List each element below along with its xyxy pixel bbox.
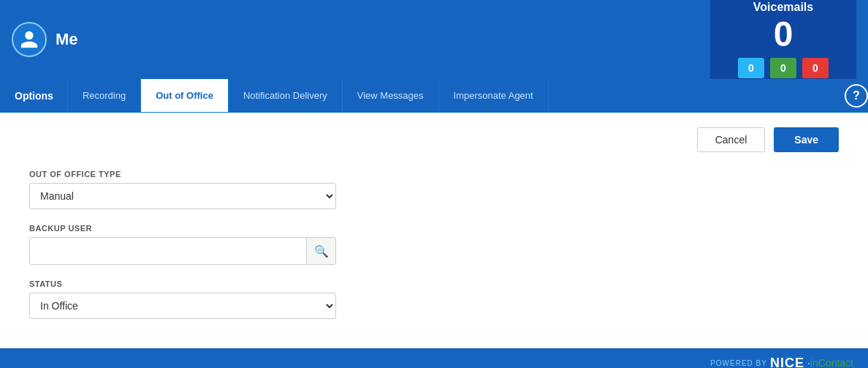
tab-impersonate-agent[interactable]: Impersonate Agent: [438, 79, 549, 112]
tab-notification-delivery[interactable]: Notification Delivery: [228, 79, 343, 112]
search-icon: 🔍: [314, 244, 329, 258]
header-left: Me: [12, 22, 78, 57]
search-button[interactable]: 🔍: [306, 238, 335, 264]
powered-by-text: POWERED BY: [710, 359, 767, 367]
options-label: Options: [0, 90, 68, 102]
user-name: Me: [56, 30, 78, 49]
voicemails-panel: Voicemails 0 0 0 0: [710, 0, 856, 86]
status-label: STATUS: [29, 279, 839, 288]
backup-user-section: BACKUP USER 🔍: [29, 224, 839, 265]
save-button[interactable]: Save: [774, 127, 839, 152]
backup-user-input-container: 🔍: [29, 237, 336, 265]
tab-recording[interactable]: Recording: [67, 79, 141, 112]
help-button[interactable]: ?: [845, 84, 868, 108]
main-content: Cancel Save OUT OF OFFICE TYPE Manual Au…: [0, 113, 868, 348]
action-buttons: Cancel Save: [29, 127, 839, 152]
backup-user-label: BACKUP USER: [29, 224, 839, 233]
voicemail-badges: 0 0 0: [738, 58, 829, 78]
out-of-office-type-section: OUT OF OFFICE TYPE Manual Automatic: [29, 170, 839, 209]
nice-logo: NICE: [770, 356, 804, 369]
incontact-logo: ·inContact: [807, 357, 853, 368]
badge-blue: 0: [738, 58, 764, 78]
voicemails-label: Voicemails: [753, 1, 813, 14]
tab-out-of-office[interactable]: Out of Office: [140, 79, 229, 112]
out-of-office-type-select[interactable]: Manual Automatic: [29, 183, 336, 209]
backup-user-input[interactable]: [30, 238, 306, 264]
badge-green: 0: [770, 58, 796, 78]
tabs-container: Recording Out of Office Notification Del…: [68, 79, 836, 112]
header: Me Voicemails 0 0 0 0: [0, 0, 868, 79]
tab-view-messages[interactable]: View Messages: [342, 79, 439, 112]
footer: POWERED BY NICE ·inContact: [0, 348, 868, 368]
powered-by: POWERED BY NICE ·inContact: [710, 356, 853, 369]
nav-bar: Options Recording Out of Office Notifica…: [0, 79, 868, 113]
status-select[interactable]: In Office Out of Office: [29, 293, 336, 319]
badge-red: 0: [802, 58, 829, 78]
voicemails-count: 0: [774, 17, 793, 52]
out-of-office-type-label: OUT OF OFFICE TYPE: [29, 170, 839, 179]
avatar: [12, 22, 47, 57]
status-section: STATUS In Office Out of Office: [29, 279, 839, 319]
cancel-button[interactable]: Cancel: [697, 127, 766, 152]
